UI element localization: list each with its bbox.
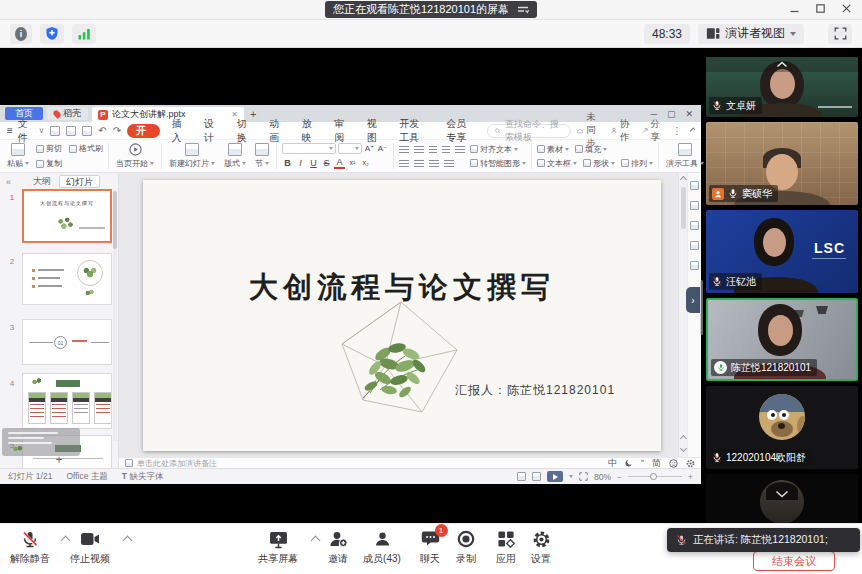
- quote-icon[interactable]: ”: [641, 459, 644, 468]
- slide-thumbnail-2[interactable]: [22, 253, 112, 305]
- superscript-icon[interactable]: x²: [347, 159, 358, 166]
- close-button[interactable]: [841, 3, 852, 14]
- italic-icon[interactable]: I: [295, 158, 306, 168]
- to-smartart-button[interactable]: 转智能图形: [470, 158, 526, 169]
- network-status-button[interactable]: [72, 24, 96, 44]
- preview-icon[interactable]: [82, 126, 92, 136]
- missing-font-warning[interactable]: T 缺失字体: [122, 471, 164, 483]
- indent-icon[interactable]: [442, 146, 450, 153]
- cut-button[interactable]: 剪切: [36, 142, 62, 155]
- present-tools-button[interactable]: 演示工具: [664, 142, 706, 170]
- zoom-out-button[interactable]: −: [617, 472, 622, 482]
- participant-tile-3[interactable]: LSC 汪钇池: [706, 210, 858, 293]
- menu-tab-home[interactable]: 开始: [127, 124, 160, 138]
- minimize-button[interactable]: [789, 3, 800, 14]
- wps-settings-gear-icon[interactable]: [686, 459, 695, 468]
- outdent-icon[interactable]: [429, 146, 437, 153]
- expand-panel-handle[interactable]: ›: [686, 287, 700, 313]
- settings-button[interactable]: 设置: [515, 529, 567, 566]
- meeting-info-button[interactable]: i: [10, 24, 32, 44]
- video-options-chevron[interactable]: [123, 536, 133, 546]
- share-doc-button[interactable]: 分享: [642, 118, 664, 144]
- participant-tile-1[interactable]: 文卓妍: [706, 57, 858, 117]
- menu-tab-view[interactable]: 视图: [361, 117, 388, 145]
- notes-placeholder[interactable]: 单击此处添加演讲备注: [137, 458, 217, 469]
- slide-presenter-text[interactable]: 汇报人：陈芷悦121820101: [455, 382, 615, 399]
- design-panel-icon[interactable]: [690, 201, 699, 210]
- history-panel-icon[interactable]: [690, 261, 699, 270]
- menu-tab-design[interactable]: 设计: [198, 117, 225, 145]
- outline-tab[interactable]: 大纲: [33, 175, 51, 188]
- redo-icon[interactable]: ↷: [113, 125, 121, 136]
- animation-panel-icon[interactable]: [690, 221, 699, 230]
- arrange-button[interactable]: 排列: [621, 158, 653, 169]
- menu-tab-devtools[interactable]: 开发工具: [393, 117, 434, 145]
- align-right-icon[interactable]: [429, 160, 439, 167]
- simplified-chinese-icon[interactable]: 简: [652, 459, 661, 468]
- sidebar-scrollbar[interactable]: [700, 280, 703, 335]
- share-screen-button[interactable]: 共享屏幕: [247, 529, 309, 566]
- notes-bar[interactable]: 单击此处添加演讲备注 中 ” 简: [119, 457, 701, 468]
- participant-tile-4-active-speaker[interactable]: 陈芷悦121820101: [706, 298, 858, 381]
- subscript-icon[interactable]: x₂: [360, 159, 371, 166]
- align-center-icon[interactable]: [414, 160, 424, 167]
- slides-tab[interactable]: 幻灯片: [59, 175, 100, 188]
- theme-name[interactable]: Office 主题: [66, 471, 107, 483]
- slide-thumbnail-1[interactable]: 大创流程与论文撰写: [22, 189, 112, 243]
- unmute-button[interactable]: 解除静音: [0, 529, 60, 566]
- view-mode-button[interactable]: 演讲者视图: [698, 24, 804, 44]
- play-options-caret-icon[interactable]: [569, 475, 573, 478]
- normal-view-icon[interactable]: [517, 472, 526, 481]
- undo-icon[interactable]: ↶: [98, 125, 106, 136]
- participant-tile-6[interactable]: [706, 474, 858, 523]
- command-search-input[interactable]: 查找命令、搜索模板: [487, 124, 571, 138]
- scroll-up-participants[interactable]: [706, 57, 858, 72]
- slide-layout-button[interactable]: 版式: [222, 142, 248, 170]
- font-color-icon[interactable]: A: [334, 157, 345, 169]
- members-button[interactable]: 成员(43): [356, 529, 408, 566]
- collapse-ribbon-icon[interactable]: [689, 128, 695, 134]
- menu-tab-slideshow[interactable]: 放映: [296, 117, 323, 145]
- fullscreen-button[interactable]: [828, 24, 852, 44]
- bullet-list-icon[interactable]: [399, 146, 409, 153]
- screen-share-banner[interactable]: 您正在观看陈芷悦121820101的屏幕: [325, 1, 537, 18]
- print-icon[interactable]: [66, 126, 76, 136]
- participant-tile-2[interactable]: 窦硕华: [706, 122, 858, 205]
- collapse-panel-icon[interactable]: «: [6, 177, 11, 187]
- collaborate-button[interactable]: 协作: [611, 118, 633, 144]
- format-painter-button[interactable]: 格式刷: [69, 142, 103, 155]
- banner-menu-icon[interactable]: [517, 5, 529, 15]
- new-slide-button[interactable]: 新建幻灯片: [167, 142, 217, 170]
- zoom-slider[interactable]: [628, 476, 682, 477]
- play-from-current-button[interactable]: 当页开始: [114, 142, 156, 170]
- plant-crystal-graphic[interactable]: [325, 298, 477, 418]
- font-family-select[interactable]: [282, 143, 336, 154]
- menu-tab-insert[interactable]: 插入: [166, 117, 193, 145]
- smiley-help-icon[interactable]: [669, 459, 678, 468]
- slide-thumbnail-3[interactable]: 01: [22, 319, 112, 365]
- wps-docer-tab[interactable]: 稻壳: [47, 107, 88, 120]
- copy-button[interactable]: 复制: [36, 157, 62, 170]
- decrease-font-icon[interactable]: A⁻: [377, 144, 388, 153]
- bold-icon[interactable]: B: [282, 158, 293, 168]
- panel-scrollbar[interactable]: [113, 189, 117, 441]
- zoom-slider-thumb[interactable]: [650, 473, 657, 480]
- slide-thumbnail-4[interactable]: [22, 373, 112, 429]
- scroll-up-icon[interactable]: [680, 176, 687, 183]
- properties-panel-icon[interactable]: [690, 181, 699, 190]
- previous-slide-icon[interactable]: [680, 435, 687, 442]
- fill-button[interactable]: 填充: [575, 144, 607, 155]
- chinese-lang-icon[interactable]: 中: [608, 459, 617, 468]
- night-mode-icon[interactable]: [625, 459, 633, 467]
- align-text-button[interactable]: 对齐文本: [470, 144, 526, 155]
- font-size-select[interactable]: [338, 143, 362, 154]
- shape-button[interactable]: 形状: [583, 158, 615, 169]
- justify-icon[interactable]: [444, 160, 454, 167]
- paste-button[interactable]: 粘贴: [5, 142, 31, 170]
- file-menu[interactable]: 文件: [18, 117, 33, 145]
- next-slide-icon[interactable]: [680, 445, 687, 452]
- slide-sorter-icon[interactable]: [532, 472, 541, 481]
- fit-window-icon[interactable]: [579, 472, 588, 481]
- scrollbar-thumb[interactable]: [681, 187, 686, 229]
- zoom-in-button[interactable]: +: [688, 472, 693, 482]
